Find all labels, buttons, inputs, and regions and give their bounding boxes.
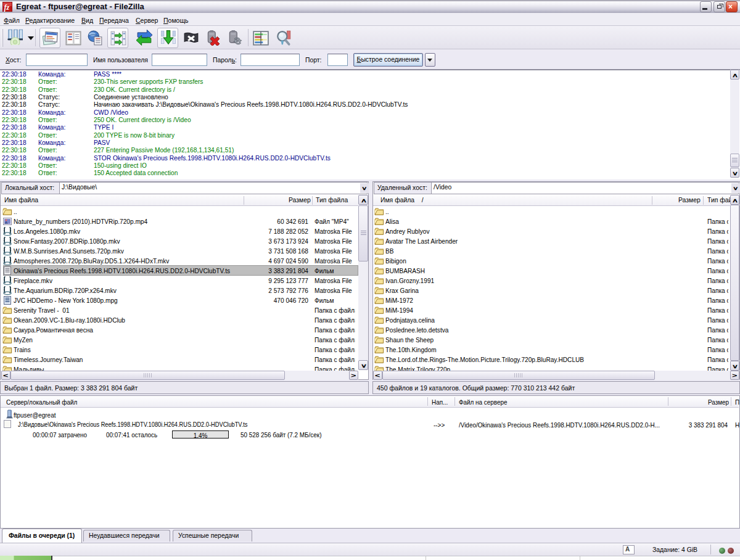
svg-text:fz: fz — [4, 3, 9, 12]
